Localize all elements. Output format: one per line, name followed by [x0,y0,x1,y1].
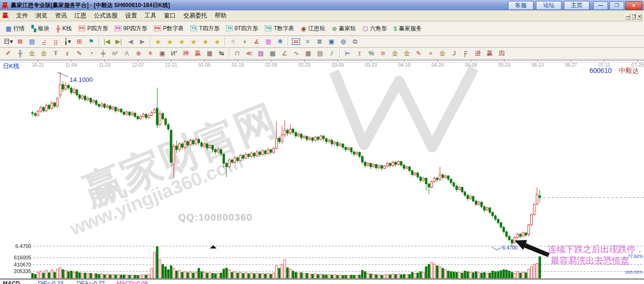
tool-pink-net-icon[interactable]: ▦ [263,36,274,47]
tool-n-square-icon[interactable]: n² [109,48,121,59]
tool-pen-icon[interactable]: ✐ [2,48,14,59]
tool-grid-3-icon[interactable]: ▦ [302,48,314,59]
tool-box-grid-icon[interactable]: ▣ [156,48,168,59]
menu-news[interactable]: 资讯 [51,11,71,21]
tool-jin-line-icon[interactable]: 进 [472,48,484,59]
tool-calendar-icon[interactable]: 21 [290,36,302,47]
tool-hand-tool-icon[interactable]: ☝ [227,36,239,47]
toolbar-9p-square[interactable]: P99P四方形 [111,24,150,34]
tool-zoom-in-y-icon[interactable]: ◈ [211,36,223,47]
toolbar-winner-service[interactable]: $赢家服务 [390,24,425,34]
tool-grid-123-icon[interactable]: ▦ [204,48,216,59]
tool-info-list-icon[interactable]: ▤ [26,36,38,47]
menu-settings[interactable]: 设置 [121,11,141,21]
menu-help[interactable]: 帮助 [211,11,230,21]
tool-save-icon[interactable]: ▣ [326,36,337,47]
tool-gold-line-icon[interactable]: 金 [401,48,413,59]
tool-scale-right-icon[interactable]: ◈ [164,36,176,47]
tool-bars-3-icon[interactable]: ⣴ [38,36,50,47]
tool-zoom-in-x-icon[interactable]: ◈ [188,36,200,47]
tool-span-arrows-icon[interactable]: ↹ [216,48,227,59]
tool-gold-fan-icon[interactable]: 金 [436,48,448,59]
minimize-button[interactable]: — [593,1,608,10]
tool-comb-line-icon[interactable]: ╫ [14,48,26,59]
menu-tools[interactable]: 工具 [141,11,160,21]
toolbar-gann-wheel[interactable]: ◉江恩轮 [298,24,328,34]
tool-prev-icon[interactable]: ◀ [125,36,136,47]
toolbar-quotes[interactable]: ▦行情 [2,24,28,34]
tool-gann-fan-icon[interactable]: ≪ [243,48,255,59]
tool-pattern-red-icon[interactable]: ⊠ [14,36,26,47]
tool-notes-icon[interactable]: ≣ [314,36,326,47]
tool-zoom-out-y-icon[interactable]: ◈ [200,36,211,47]
customer-service-button[interactable]: 客服 [508,1,534,10]
tool-gold-grid-2-icon[interactable]: 金 [38,48,50,59]
menu-browse[interactable]: 浏览 [32,11,51,21]
tool-si-line-icon[interactable]: 四 [496,48,508,59]
tool-last-page-icon[interactable]: ▶| [113,36,125,47]
tool-comb-line-2-icon[interactable]: ╪ [97,48,109,59]
tool-percent-icon[interactable]: % [365,48,377,59]
tool-ying-line-icon[interactable]: 赢 [484,48,496,59]
homepage-button[interactable]: 主页 [564,1,590,10]
close-button[interactable]: ✕ [626,1,642,10]
child-restore-button[interactable]: ❐ [631,14,636,19]
toolbar-kline[interactable]: ╫K线 [53,24,75,34]
tool-grid-4-icon[interactable]: ▤ [314,48,326,59]
menu-file[interactable]: 文件 [12,11,32,21]
tool-f-angle-icon[interactable]: Ƒ [460,48,472,59]
toolbar-p-number-table[interactable]: PNP数字表 [151,24,187,34]
tool-crosshair-icon[interactable]: ＋ [239,36,251,47]
tool-target-circle-icon[interactable]: ⊕ [133,48,145,59]
toolbar-9t-square[interactable]: T99T四方形 [223,24,261,34]
tool-angle-measure-icon[interactable]: ∡ [251,36,263,47]
menu-formula-picker[interactable]: 公式选股 [90,11,121,21]
child-minimize-button[interactable]: — [625,14,630,19]
tool-ying-tool-icon[interactable]: 赢 [192,48,204,59]
tool-wave-line-icon[interactable]: ∿ [290,48,302,59]
tool-percent-line-icon[interactable]: ≌ [377,48,389,59]
menu-window[interactable]: 窗口 [160,11,180,21]
toolbar-t-number-table[interactable]: TNT数字表 [262,24,298,34]
tool-spiral-icon[interactable]: ε [62,48,73,59]
tool-corner-box-icon[interactable]: ⊓ [231,48,243,59]
indicator-name[interactable]: MACD [3,280,20,284]
period-label[interactable]: 日K线 [3,62,19,70]
restore-button[interactable]: ❐ [609,1,624,10]
tool-next-icon[interactable]: ▶ [136,36,148,47]
tool-blue-net-icon[interactable]: ❋ [274,36,286,47]
tool-wave-mark-icon[interactable]: И″ [168,48,180,59]
toolbar-hexagon[interactable]: ⬡六角形 [359,24,390,34]
tool-star-circle-icon[interactable]: ✳ [145,48,156,59]
tool-percent-z-icon[interactable]: ⁒ [354,48,365,59]
tool-parallel-lines-icon[interactable]: ⫽ [326,48,338,59]
tool-fan-box-icon[interactable]: ▨ [255,48,267,59]
toolbar-t-square[interactable]: TST四方形 [187,24,223,34]
tool-flag-icon[interactable]: ⚑ [85,36,97,47]
tool-calculator-icon[interactable]: ⌗ [302,36,314,47]
tool-gold-grid-1-icon[interactable]: 金 [26,48,38,59]
kline-chart[interactable]: 赢家财富网www.yingjia360.comQQ:10080036010-21… [0,60,644,284]
tool-wave-2-icon[interactable]: ≈ [425,48,436,59]
tool-scale-left-icon[interactable]: ◈ [152,36,164,47]
child-close-button[interactable]: ✕ [637,14,642,19]
tool-zoom-out-x-icon[interactable]: ◈ [176,36,188,47]
toolbar-sectors[interactable]: ▚板块 [28,24,53,34]
toolbar-p-square[interactable]: PSP四方形 [75,24,112,34]
tool-angle-line-icon[interactable]: ∠ [279,48,290,59]
tool-candle-type-icon[interactable]: ╽▾ [62,36,73,47]
tool-brush-icon[interactable]: ✎ [73,48,85,59]
tool-gann-ruler-icon[interactable]: ⊨ [342,48,354,59]
tool-f-grid-icon[interactable]: Ŧ [50,48,62,59]
tool-bars-9-icon[interactable]: ⣶ [50,36,62,47]
tool-net-save-icon[interactable]: ◍ [337,36,349,47]
tool-time-cycle-icon[interactable]: ◔ [85,48,97,59]
tool-j-angle-icon[interactable]: Ј [448,48,460,59]
toolbar-winner-wheel[interactable]: ⊛赢家轮 [328,24,359,34]
menu-trade-entrust[interactable]: 交易委托 [180,11,211,21]
tool-fan-box-2-icon[interactable]: ▩ [267,48,279,59]
tool-gold-circle-icon[interactable]: 金 [389,48,401,59]
tool-shen-tool-icon[interactable]: 神 [180,48,192,59]
tool-period-day-icon[interactable]: 日▾ [2,36,14,47]
tool-a-fan-icon[interactable]: A [121,48,133,59]
